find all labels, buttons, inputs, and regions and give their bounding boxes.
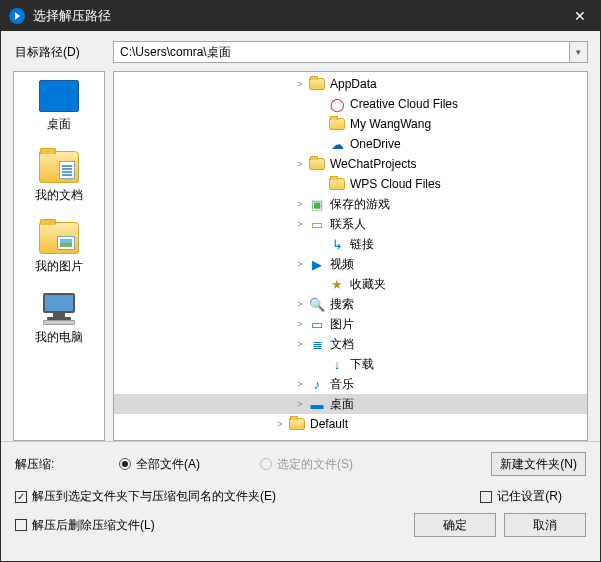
star-icon: ★ — [328, 276, 346, 292]
tree-node[interactable]: >▣保存的游戏 — [114, 194, 587, 214]
tree-node[interactable]: >▭图片 — [114, 314, 587, 334]
tree-node[interactable]: >▭联系人 — [114, 214, 587, 234]
tree-node[interactable]: WPS Cloud Files — [114, 174, 587, 194]
expand-icon[interactable]: > — [294, 199, 306, 209]
path-dropdown-button[interactable]: ▾ — [569, 42, 587, 62]
folder-icon — [308, 76, 326, 92]
tree-node[interactable]: ↳链接 — [114, 234, 587, 254]
tree-node-label: 桌面 — [330, 396, 354, 413]
folder-icon — [39, 151, 79, 183]
tree-node[interactable]: >▶视频 — [114, 254, 587, 274]
tree-node[interactable]: >AppData — [114, 74, 587, 94]
link-icon: ↳ — [328, 236, 346, 252]
checkbox-same-name-folder[interactable]: ✓ 解压到选定文件夹下与压缩包同名的文件夹(E) — [15, 488, 276, 505]
new-folder-button[interactable]: 新建文件夹(N) — [491, 452, 586, 476]
expand-icon[interactable]: > — [294, 159, 306, 169]
folder-tree-scroll[interactable]: >AppData◯Creative Cloud FilesMy WangWang… — [114, 72, 587, 440]
expand-icon[interactable]: > — [294, 339, 306, 349]
expand-icon[interactable]: > — [274, 419, 286, 429]
path-label: 目标路径(D) — [15, 44, 105, 61]
folder-icon — [39, 222, 79, 254]
radio-icon — [260, 458, 272, 470]
close-button[interactable]: ✕ — [560, 1, 600, 31]
window-title: 选择解压路径 — [33, 7, 111, 25]
tree-node[interactable]: >▬桌面 — [114, 394, 587, 414]
tree-node-label: Creative Cloud Files — [350, 97, 458, 111]
tree-node-label: 文档 — [330, 336, 354, 353]
expand-icon[interactable]: > — [294, 379, 306, 389]
path-input[interactable] — [114, 42, 569, 62]
folder-icon — [328, 176, 346, 192]
ok-button[interactable]: 确定 — [414, 513, 496, 537]
tree-node[interactable]: >🔍搜索 — [114, 294, 587, 314]
path-combobox[interactable]: ▾ — [113, 41, 588, 63]
checkbox-remember[interactable]: 记住设置(R) — [480, 488, 562, 505]
tree-node-label: 音乐 — [330, 376, 354, 393]
radio-all-files[interactable]: 全部文件(A) — [119, 456, 200, 473]
path-row: 目标路径(D) ▾ — [1, 31, 600, 71]
titlebar: 选择解压路径 ✕ — [1, 1, 600, 31]
expand-icon[interactable]: > — [294, 399, 306, 409]
music-icon: ♪ — [308, 376, 326, 392]
tree-node-label: 收藏夹 — [350, 276, 386, 293]
tree-node[interactable]: ◯Creative Cloud Files — [114, 94, 587, 114]
place-label: 我的图片 — [35, 258, 83, 275]
checkbox-icon — [15, 519, 27, 531]
tree-node-label: 链接 — [350, 236, 374, 253]
expand-icon[interactable]: > — [294, 319, 306, 329]
tree-node-label: Default — [310, 417, 348, 431]
folder-icon — [328, 116, 346, 132]
tree-node[interactable]: ↓下载 — [114, 354, 587, 374]
tree-node-label: 联系人 — [330, 216, 366, 233]
tree-node[interactable]: My WangWang — [114, 114, 587, 134]
place-label: 我的电脑 — [35, 329, 83, 346]
app-icon — [9, 8, 25, 24]
folder-icon — [288, 416, 306, 432]
place-label: 桌面 — [47, 116, 71, 133]
expand-icon[interactable]: > — [294, 79, 306, 89]
tree-node-label: OneDrive — [350, 137, 401, 151]
checkbox-delete-after[interactable]: 解压后删除压缩文件(L) — [15, 517, 155, 534]
cc-icon: ◯ — [328, 96, 346, 112]
folder-tree: >AppData◯Creative Cloud FilesMy WangWang… — [113, 71, 588, 441]
tree-node[interactable]: >♪音乐 — [114, 374, 587, 394]
desktop-icon — [39, 80, 79, 112]
place-computer[interactable]: 我的电脑 — [14, 293, 104, 346]
tree-node[interactable]: >Default — [114, 414, 587, 434]
place-pictures[interactable]: 我的图片 — [14, 222, 104, 275]
contacts-icon: ▭ — [308, 216, 326, 232]
tree-node-label: 视频 — [330, 256, 354, 273]
extract-label: 解压缩: — [15, 456, 119, 473]
tree-node-label: 保存的游戏 — [330, 196, 390, 213]
down-icon: ↓ — [328, 356, 346, 372]
expand-icon[interactable]: > — [294, 299, 306, 309]
expand-icon[interactable]: > — [294, 219, 306, 229]
onedrive-icon: ☁ — [328, 136, 346, 152]
tree-node-label: 下载 — [350, 356, 374, 373]
place-desktop[interactable]: 桌面 — [14, 80, 104, 133]
places-sidebar: 桌面我的文档我的图片我的电脑 — [13, 71, 105, 441]
search-icon: 🔍 — [308, 296, 326, 312]
tree-node-label: My WangWang — [350, 117, 431, 131]
desktop-icon: ▬ — [308, 396, 326, 412]
video-icon: ▶ — [308, 256, 326, 272]
checkbox-icon: ✓ — [15, 491, 27, 503]
dialog-window: 选择解压路径 ✕ 目标路径(D) ▾ 桌面我的文档我的图片我的电脑 >AppDa… — [0, 0, 601, 562]
game-icon: ▣ — [308, 196, 326, 212]
place-documents[interactable]: 我的文档 — [14, 151, 104, 204]
expand-icon[interactable]: > — [294, 259, 306, 269]
radio-icon — [119, 458, 131, 470]
tree-node-label: WPS Cloud Files — [350, 177, 441, 191]
tree-node-label: AppData — [330, 77, 377, 91]
tree-node[interactable]: >≣文档 — [114, 334, 587, 354]
tree-node[interactable]: >WeChatProjects — [114, 154, 587, 174]
cancel-button[interactable]: 取消 — [504, 513, 586, 537]
computer-icon — [39, 293, 79, 325]
bottom-panel: 解压缩: 全部文件(A) 选定的文件(S) 新建文件夹(N) ✓ 解压到选定文件… — [1, 441, 600, 549]
tree-node[interactable]: ★收藏夹 — [114, 274, 587, 294]
folder-icon — [308, 156, 326, 172]
doc-icon: ≣ — [308, 336, 326, 352]
place-label: 我的文档 — [35, 187, 83, 204]
radio-selected-files: 选定的文件(S) — [260, 456, 353, 473]
tree-node[interactable]: ☁OneDrive — [114, 134, 587, 154]
